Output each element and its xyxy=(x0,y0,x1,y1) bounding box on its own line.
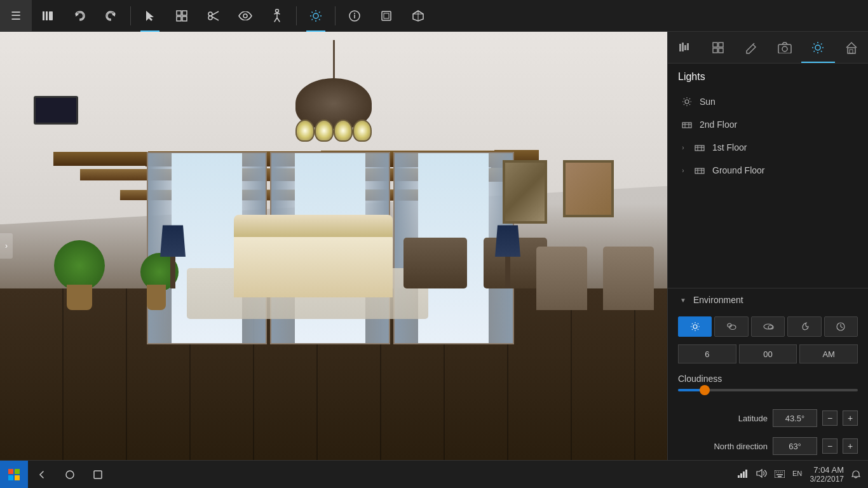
time-hour-input[interactable]: 6 xyxy=(678,344,736,363)
multitask-taskbar-icon[interactable] xyxy=(84,461,112,489)
svg-line-81 xyxy=(692,323,693,324)
svg-rect-64 xyxy=(682,123,691,128)
time-preset-buttons xyxy=(668,311,868,342)
svg-point-55 xyxy=(685,100,689,104)
svg-line-84 xyxy=(692,329,693,330)
time-ampm-input[interactable]: AM xyxy=(799,344,858,363)
light-item-sun[interactable]: Sun xyxy=(668,90,868,113)
painting-1 xyxy=(503,160,547,224)
tab-settings[interactable] xyxy=(668,32,702,63)
svg-point-96 xyxy=(66,471,74,478)
svg-line-62 xyxy=(689,98,690,99)
tab-edit[interactable] xyxy=(735,32,768,63)
back-taskbar-icon[interactable] xyxy=(28,461,56,489)
light-item-2nd-floor[interactable]: 2nd Floor xyxy=(668,113,868,136)
north-direction-value: 63° xyxy=(789,442,801,451)
redo-icon[interactable] xyxy=(95,0,127,32)
svg-line-50 xyxy=(821,51,822,52)
frame-icon[interactable] xyxy=(370,0,402,32)
tab-camera[interactable] xyxy=(768,32,802,63)
cloudiness-label: Cloudiness xyxy=(678,374,858,384)
viewport[interactable]: › xyxy=(0,32,667,460)
partly-cloudy-btn[interactable] xyxy=(714,316,748,337)
chandelier-bulb-1 xyxy=(295,119,315,142)
svg-rect-2 xyxy=(49,11,53,20)
info-icon[interactable] xyxy=(339,0,370,32)
sun-icon[interactable] xyxy=(300,0,332,32)
clock-btn[interactable] xyxy=(824,316,858,337)
notification-icon[interactable] xyxy=(851,470,860,479)
svg-point-14 xyxy=(243,14,247,18)
svg-rect-33 xyxy=(679,44,681,51)
volume-taskbar-icon[interactable] xyxy=(756,469,767,480)
cloudiness-section: Cloudiness xyxy=(668,366,868,404)
svg-rect-40 xyxy=(719,48,723,53)
eye-icon[interactable] xyxy=(229,0,261,32)
plant-leaves-1 xyxy=(54,240,105,291)
environment-title: Environment xyxy=(693,295,743,305)
svg-line-23 xyxy=(319,11,320,13)
svg-rect-94 xyxy=(8,475,13,480)
library-icon[interactable] xyxy=(32,0,64,32)
cloudiness-thumb[interactable] xyxy=(700,385,710,395)
chandelier-rod xyxy=(333,40,335,78)
time-minute-input[interactable]: 00 xyxy=(739,344,797,363)
dining-chair-2 xyxy=(536,247,587,310)
north-decrease-btn[interactable]: − xyxy=(822,438,837,454)
svg-line-52 xyxy=(814,51,815,52)
light-item-1st-floor[interactable]: › 1st Floor xyxy=(668,136,868,159)
cloudiness-slider[interactable] xyxy=(678,389,858,391)
svg-marker-102 xyxy=(757,470,762,477)
lights-section: Lights Sun xyxy=(668,64,868,182)
lights-title: Lights xyxy=(668,64,868,90)
day-btn[interactable] xyxy=(678,316,712,337)
input-method-icon[interactable]: ENG xyxy=(792,469,803,480)
svg-point-16 xyxy=(313,13,318,18)
start-button[interactable] xyxy=(0,461,28,489)
home-taskbar-icon[interactable] xyxy=(56,461,84,489)
svg-line-82 xyxy=(698,329,698,330)
north-increase-btn[interactable]: + xyxy=(843,438,858,454)
cloudy-btn[interactable] xyxy=(751,316,785,337)
environment-section: ▼ Environment xyxy=(668,288,868,460)
svg-marker-5 xyxy=(146,11,154,21)
north-direction-input[interactable]: 63° xyxy=(773,437,817,455)
svg-line-21 xyxy=(312,11,313,13)
svg-line-13 xyxy=(212,17,219,20)
latitude-input[interactable]: 43.5° xyxy=(773,409,817,427)
undo-icon[interactable] xyxy=(64,0,95,32)
lamp-shade-1 xyxy=(160,225,186,257)
lamp-base-2 xyxy=(505,257,510,288)
floor-light-icon-1 xyxy=(693,141,706,154)
objects-icon[interactable] xyxy=(166,0,198,32)
latitude-increase-btn[interactable]: + xyxy=(843,410,858,426)
light-item-ground-label: Ground Floor xyxy=(712,165,764,175)
walk-icon[interactable] xyxy=(261,0,293,32)
night-btn[interactable] xyxy=(787,316,821,337)
network-taskbar-icon[interactable] xyxy=(738,469,748,480)
plant-1 xyxy=(67,240,105,310)
latitude-decrease-btn[interactable]: − xyxy=(822,410,837,426)
light-item-ground-floor[interactable]: › Ground Floor xyxy=(668,159,868,182)
lamp-1 xyxy=(160,225,186,288)
tab-home[interactable] xyxy=(835,32,869,63)
svg-text:ENG: ENG xyxy=(792,470,803,477)
menu-icon[interactable]: ☰ xyxy=(0,0,32,32)
light-item-2nd-label: 2nd Floor xyxy=(700,119,737,130)
panel-tabs xyxy=(668,32,868,64)
svg-rect-9 xyxy=(182,17,187,21)
svg-rect-35 xyxy=(684,45,686,50)
armchair-1 xyxy=(403,238,467,288)
environment-header[interactable]: ▼ Environment xyxy=(668,288,868,311)
tab-lights[interactable] xyxy=(801,32,835,63)
side-expand-arrow[interactable]: › xyxy=(0,233,13,259)
tab-floor[interactable] xyxy=(702,32,735,63)
svg-line-91 xyxy=(841,327,843,328)
keyboard-taskbar-icon[interactable] xyxy=(775,470,785,480)
svg-line-24 xyxy=(312,19,313,20)
select-icon[interactable] xyxy=(134,0,166,32)
cube-icon[interactable] xyxy=(402,0,434,32)
svg-rect-100 xyxy=(743,471,745,478)
scissor-icon[interactable] xyxy=(198,0,229,32)
taskbar-time: 7:04 AM 3/22/2017 xyxy=(810,465,844,484)
